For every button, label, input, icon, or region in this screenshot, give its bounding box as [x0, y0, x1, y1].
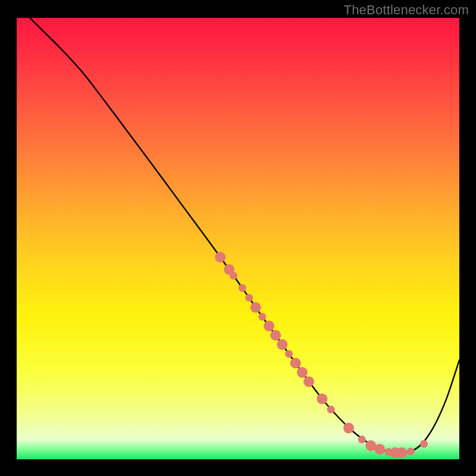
data-point [374, 444, 385, 455]
data-point [285, 350, 293, 358]
data-point [303, 376, 314, 387]
data-point [317, 393, 327, 404]
data-point [215, 252, 226, 262]
data-point [264, 321, 274, 331]
data-point [327, 406, 335, 414]
data-point [396, 447, 407, 458]
data-point [245, 294, 253, 302]
data-point [343, 422, 354, 433]
data-point [258, 313, 266, 321]
data-point [407, 447, 415, 455]
watermark-text: TheBottlenecker.com [344, 2, 469, 18]
data-point [358, 436, 366, 443]
data-point [250, 302, 261, 313]
data-point [270, 330, 281, 340]
plot-background [17, 18, 459, 459]
chart-frame: TheBottlenecker.com [0, 0, 476, 476]
data-point [239, 284, 246, 292]
data-point [420, 440, 428, 448]
data-point [290, 358, 301, 368]
bottleneck-chart [0, 0, 476, 476]
data-point [277, 339, 287, 350]
data-point [230, 272, 237, 280]
data-point [297, 367, 308, 378]
